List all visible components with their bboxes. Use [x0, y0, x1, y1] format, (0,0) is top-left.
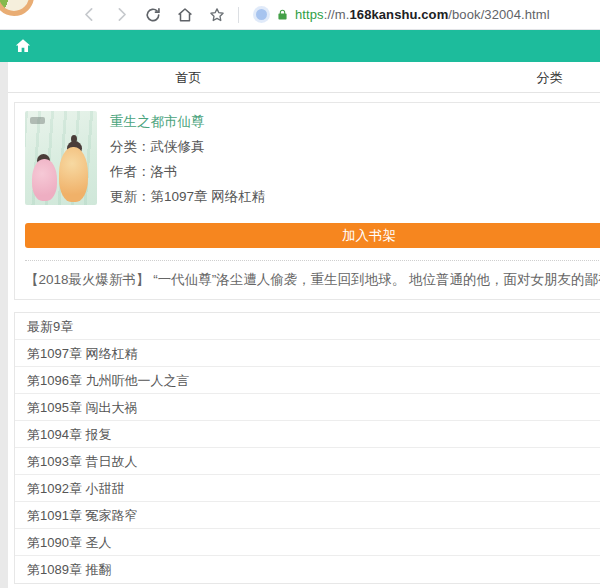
browser-avatar[interactable] — [0, 0, 34, 16]
chapter-row[interactable]: 第1090章 圣人 — [15, 529, 600, 556]
url-subdomain: ://m. — [324, 7, 350, 22]
site-home-icon[interactable] — [13, 37, 33, 55]
chapter-row[interactable]: 第1096章 九州听他一人之言 — [15, 367, 600, 394]
author-value: 洛书 — [151, 164, 178, 179]
back-arrow-icon — [81, 6, 98, 23]
webpage: 首页 分类 重生之都市仙尊 分类：武侠修真 作者：洛书 — [0, 30, 600, 588]
chapter-row[interactable]: 第1094章 报复 — [15, 421, 600, 448]
cover-figure-right — [59, 147, 88, 202]
book-cover-image[interactable] — [25, 111, 97, 205]
page-info-dot-icon[interactable] — [256, 9, 267, 20]
star-icon — [208, 6, 226, 24]
home-icon — [176, 6, 194, 24]
site-nav: 首页 分类 — [8, 62, 600, 93]
cover-figure-left — [32, 159, 57, 201]
chapter-row[interactable]: 第1093章 昔日故人 — [15, 448, 600, 475]
bookmark-button[interactable] — [208, 6, 226, 24]
chapter-row[interactable]: 第1089章 推翻 — [15, 556, 600, 583]
cover-watermark — [30, 117, 45, 124]
chapter-row[interactable]: 第1091章 冤家路窄 — [15, 502, 600, 529]
latest-chapter-link[interactable]: 第1097章 网络杠精 — [151, 189, 266, 204]
chapter-row[interactable]: 第1092章 小甜甜 — [15, 475, 600, 502]
secure-lock-icon[interactable] — [276, 8, 289, 21]
address-bar-url[interactable]: https://m.168kanshu.com/book/32004.html — [295, 7, 550, 22]
forward-arrow-icon — [113, 6, 130, 23]
url-path: /book/32004.html — [448, 7, 549, 22]
book-update-line: 更新：第1097章 网络杠精 — [110, 189, 265, 204]
category-value: 武侠修真 — [151, 139, 205, 154]
chapter-list-card: 最新9章 第1097章 网络杠精第1096章 九州听他一人之言第1095章 闯出… — [14, 312, 600, 584]
url-scheme: https — [295, 7, 324, 22]
book-author-line: 作者：洛书 — [110, 164, 265, 179]
content-wrapper: 首页 分类 重生之都市仙尊 分类：武侠修真 作者：洛书 — [8, 62, 600, 588]
chapter-list-header: 最新9章 — [15, 313, 600, 340]
forward-button[interactable] — [112, 6, 130, 24]
book-title[interactable]: 重生之都市仙尊 — [110, 114, 265, 129]
site-header — [0, 30, 600, 62]
author-label: 作者： — [110, 164, 151, 179]
chapter-list: 第1097章 网络杠精第1096章 九州听他一人之言第1095章 闯出大祸第10… — [15, 340, 600, 583]
refresh-button[interactable] — [144, 6, 162, 24]
lock-icon — [276, 8, 289, 21]
browser-toolbar: https://m.168kanshu.com/book/32004.html — [0, 0, 600, 30]
chapter-row[interactable]: 第1095章 闯出大祸 — [15, 394, 600, 421]
book-info-card: 重生之都市仙尊 分类：武侠修真 作者：洛书 更新：第1097章 网络杠精 加入书… — [14, 102, 600, 300]
url-domain: 168kanshu.com — [349, 7, 448, 22]
chapter-row[interactable]: 第1097章 网络杠精 — [15, 340, 600, 367]
nav-item-category[interactable]: 分类 — [537, 62, 563, 93]
back-button[interactable] — [80, 6, 98, 24]
book-description: 【2018最火爆新书】 “一代仙尊”洛尘遭人偷袭，重生回到地球。 地位普通的他，… — [25, 261, 600, 288]
add-to-shelf-button[interactable]: 加入书架 — [25, 223, 600, 248]
category-label: 分类： — [110, 139, 151, 154]
refresh-icon — [144, 6, 162, 24]
home-button[interactable] — [176, 6, 194, 24]
nav-item-home[interactable]: 首页 — [176, 62, 202, 93]
update-label: 更新： — [110, 189, 151, 204]
toolbar-separator — [238, 7, 239, 23]
book-category-line: 分类：武侠修真 — [110, 139, 265, 154]
